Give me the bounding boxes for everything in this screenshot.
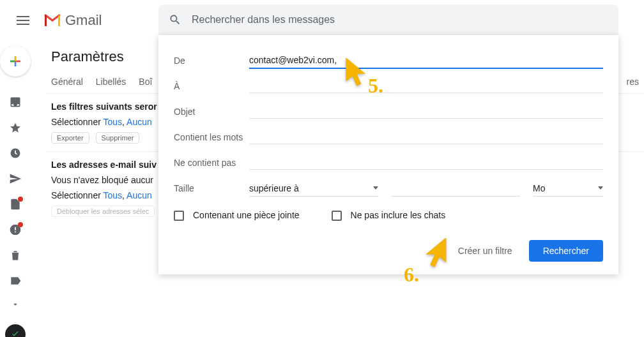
subject-label: Objet (174, 107, 249, 117)
snoozed-icon[interactable] (9, 147, 22, 160)
main-menu-button[interactable] (8, 5, 38, 36)
drafts-icon[interactable] (9, 198, 22, 211)
important-icon[interactable] (9, 223, 22, 236)
trash-icon[interactable] (9, 249, 22, 262)
sent-icon[interactable] (9, 172, 22, 185)
from-input[interactable]: contact@web2vi.com, (249, 52, 603, 69)
create-filter-link[interactable]: Créer un filtre (458, 246, 512, 256)
exclude-chats-check[interactable]: Ne pas inclure les chats (332, 210, 446, 221)
tab-more[interactable]: res (627, 77, 639, 87)
filter-form: De contact@web2vi.com, À Objet Contient … (158, 35, 618, 274)
gmail-logo[interactable]: Gmail (43, 12, 102, 29)
has-words-input[interactable] (249, 130, 603, 144)
select-none-link[interactable]: Aucun (126, 117, 152, 127)
search-panel: Rechercher dans les messages De contact@… (158, 0, 618, 274)
select-label: Sélectionner (51, 117, 101, 127)
chevron-down-icon (373, 186, 378, 190)
tab-general[interactable]: Général (51, 77, 83, 87)
search-placeholder: Rechercher dans les messages (192, 14, 335, 26)
not-words-label: Ne contient pas (174, 158, 249, 168)
to-label: À (174, 81, 249, 91)
inbox-icon[interactable] (9, 96, 22, 109)
tab-inbox[interactable]: Boî (139, 77, 152, 87)
has-words-label: Contient les mots (174, 132, 249, 142)
expand-icon[interactable] (11, 300, 20, 311)
size-label: Taille (174, 183, 249, 193)
label-icon[interactable] (9, 274, 22, 287)
size-op-select[interactable]: supérieure à (249, 181, 378, 197)
from-label: De (174, 56, 249, 66)
delete-button[interactable]: Supprimer (96, 132, 140, 144)
chevron-down-icon (598, 186, 603, 190)
unblock-button[interactable]: Débloquer les adresses sélec (51, 206, 155, 217)
select-all-link[interactable]: Tous (103, 117, 122, 127)
size-value-input[interactable] (391, 181, 520, 197)
size-unit-select[interactable]: Mo (533, 181, 603, 197)
search-bar[interactable]: Rechercher dans les messages (158, 4, 618, 35)
has-attachment-check[interactable]: Contenant une pièce jointe (174, 210, 300, 221)
not-words-input[interactable] (249, 156, 603, 170)
subject-input[interactable] (249, 105, 603, 119)
starred-icon[interactable] (9, 121, 22, 134)
search-button[interactable]: Rechercher (529, 240, 603, 262)
compose-button[interactable] (0, 46, 31, 77)
select-all-link-2[interactable]: Tous (103, 190, 122, 200)
search-icon (169, 13, 181, 26)
export-button[interactable]: Exporter (51, 132, 89, 144)
to-input[interactable] (249, 79, 603, 93)
hangouts-avatar[interactable] (5, 324, 26, 337)
gmail-text: Gmail (65, 12, 102, 29)
sidebar: R (0, 41, 31, 337)
select-none-link-2[interactable]: Aucun (126, 190, 152, 200)
tab-labels[interactable]: Libellés (96, 77, 126, 87)
select-label-2: Sélectionner (51, 190, 101, 200)
